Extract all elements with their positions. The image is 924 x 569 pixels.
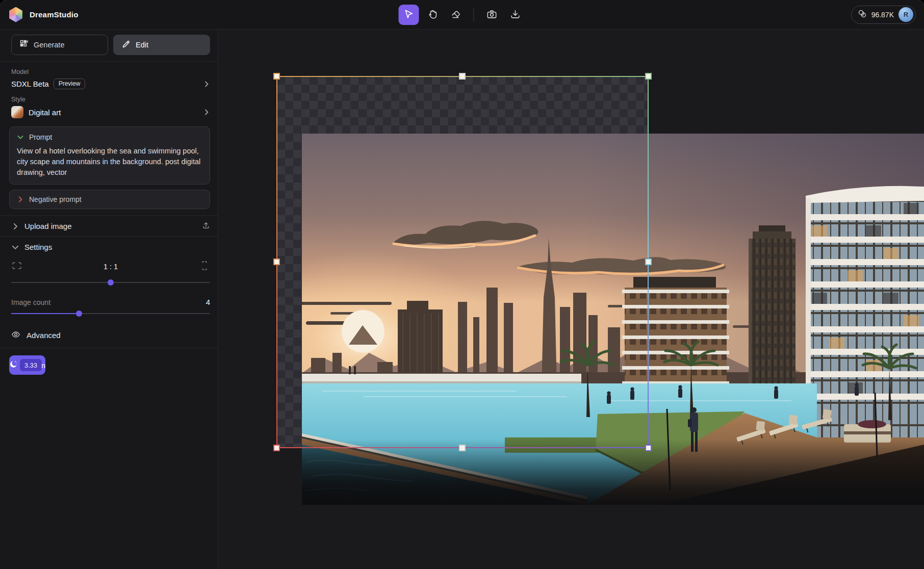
selection-handle-bottom-middle[interactable] (459, 445, 466, 451)
aspect-ratio-slider[interactable] (11, 279, 210, 286)
divider (0, 61, 218, 62)
credits-pill[interactable]: 96.87K R (851, 6, 916, 24)
settings-label: Settings (24, 243, 52, 251)
selection-handle-top-right[interactable] (645, 73, 652, 80)
upload-image-row[interactable]: Upload image (11, 216, 210, 236)
selection-handle-top-middle[interactable] (459, 73, 466, 80)
style-selector[interactable]: Digital art (11, 106, 210, 118)
canvas-area[interactable] (218, 30, 924, 569)
selection-handle-top-left[interactable] (273, 73, 280, 80)
top-right-group: 96.87K R (851, 6, 916, 24)
eraser-tool-button[interactable] (446, 5, 466, 25)
image-count-value: 4 (206, 298, 210, 306)
eraser-icon (450, 8, 462, 22)
prompt-card: Prompt View of a hotel overlooking the s… (9, 126, 210, 185)
aspect-ratio-control: 1 : 1 (11, 260, 210, 273)
model-preview-badge: Preview (54, 79, 86, 89)
upload-image-label: Upload image (24, 222, 72, 230)
grid-icon (20, 40, 29, 50)
toolbar-divider (474, 8, 474, 21)
chevron-down-icon (17, 134, 24, 141)
pencil-icon (122, 40, 131, 50)
chevron-down-icon (11, 243, 18, 250)
advanced-label: Advanced (27, 331, 61, 340)
pan-tool-button[interactable] (422, 5, 443, 25)
model-selector[interactable]: SDXL Beta Preview (11, 79, 210, 89)
negative-prompt-header[interactable]: Negative prompt (17, 195, 202, 203)
style-value: Digital art (29, 108, 61, 117)
prompt-header[interactable]: Prompt (17, 133, 202, 141)
slider-fill (11, 313, 79, 314)
selection-box[interactable] (277, 76, 648, 448)
coins-icon (858, 9, 867, 20)
selection-handle-middle-right[interactable] (645, 258, 652, 265)
style-thumbnail (11, 106, 23, 118)
mode-tabs: Generate Edit (11, 35, 210, 55)
tab-generate[interactable]: Generate (11, 35, 108, 55)
selection-handle-bottom-left[interactable] (273, 445, 280, 451)
hand-icon (426, 8, 439, 22)
eye-icon (11, 330, 20, 341)
selection-handle-bottom-right[interactable] (645, 445, 652, 451)
brand[interactable]: DreamStudio (8, 7, 79, 22)
moon-icon (9, 360, 18, 370)
negative-prompt-label: Negative prompt (29, 195, 82, 203)
image-count-slider[interactable] (11, 311, 210, 317)
advanced-row[interactable]: Advanced (11, 330, 210, 341)
top-bar: DreamStudio 96.87K R (0, 0, 924, 30)
selection-handle-middle-left[interactable] (273, 258, 280, 265)
user-avatar[interactable]: R (899, 7, 913, 22)
chevron-right-icon (203, 109, 210, 116)
tab-edit-label: Edit (136, 41, 148, 49)
canvas-toolbar (399, 5, 526, 25)
tab-edit[interactable]: Edit (113, 35, 210, 55)
snapshot-button[interactable] (482, 5, 502, 25)
download-icon (509, 8, 522, 22)
image-count-slider-thumb[interactable] (76, 311, 82, 317)
image-count-row: Image count 4 (11, 298, 210, 306)
negative-prompt-card: Negative prompt (9, 190, 210, 209)
credits-count: 96.87K (871, 11, 894, 19)
dreamstudio-logo-icon (8, 7, 23, 22)
aspect-ratio-slider-thumb[interactable] (108, 279, 114, 286)
cursor-icon (403, 8, 415, 22)
dream-button[interactable]: Dream 3.33 (9, 355, 45, 375)
image-count-label: Image count (11, 298, 206, 306)
upload-icon[interactable] (202, 221, 210, 231)
app-title: DreamStudio (30, 10, 79, 19)
settings-row[interactable]: Settings (11, 237, 210, 257)
tab-generate-label: Generate (34, 41, 64, 49)
chevron-right-icon (11, 222, 18, 229)
camera-icon (486, 8, 498, 22)
select-tool-button[interactable] (399, 5, 419, 25)
model-label: Model (11, 68, 207, 75)
download-button[interactable] (505, 5, 526, 25)
model-value: SDXL Beta (11, 80, 49, 88)
dream-cost-badge: 3.33 (20, 359, 42, 371)
divider (0, 348, 218, 348)
portrait-aspect-icon[interactable] (199, 260, 210, 273)
chevron-right-icon (203, 81, 210, 88)
prompt-label: Prompt (29, 133, 52, 141)
sidebar: Generate Edit Model SDXL Beta Preview St… (0, 30, 218, 569)
style-label: Style (11, 96, 207, 103)
landscape-aspect-icon[interactable] (11, 260, 22, 273)
chevron-right-icon (17, 196, 24, 203)
app-window: DreamStudio 96.87K R (0, 0, 924, 569)
prompt-input[interactable]: View of a hotel overlooking the sea and … (17, 146, 202, 178)
aspect-ratio-value: 1 : 1 (22, 263, 199, 271)
